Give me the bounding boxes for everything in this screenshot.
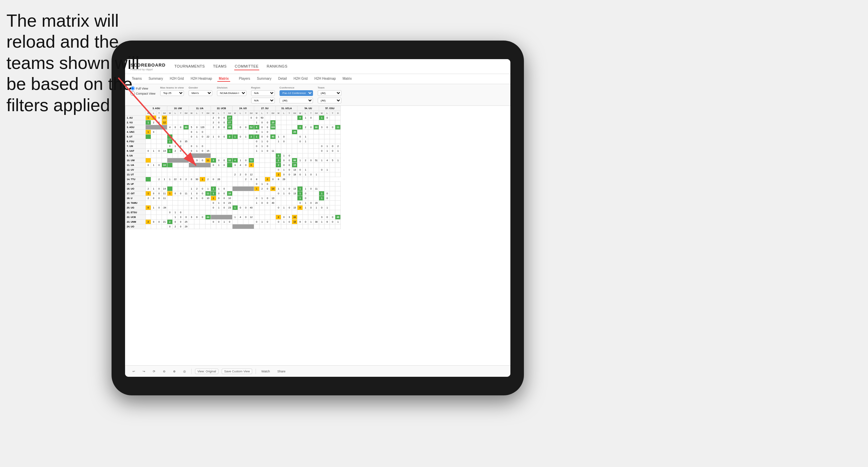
ucla-t: T	[287, 111, 292, 116]
matrix-table: 3. ASU 10. UW 11. UA 22. UCB 24. UO 27. …	[125, 106, 341, 229]
region-select[interactable]: N/A	[251, 90, 275, 96]
table-row: 21. ETSU 010	[125, 210, 341, 215]
conference-select-2[interactable]: (All)	[280, 98, 313, 103]
conference-label: Conference	[280, 86, 313, 89]
table-row: 17. GIT 10011 10011 10011 10010 01013 10…	[125, 191, 341, 196]
col-ucla-header: 31. UCLA	[276, 106, 297, 111]
table-row: 2. VU 12012 20027 10025	[125, 120, 341, 125]
watch-btn[interactable]: Watch	[259, 369, 272, 374]
refresh-btn[interactable]: ⟳	[151, 369, 158, 374]
col-ucb-header: 22. UCB	[211, 106, 232, 111]
nav-tournaments[interactable]: TOURNAMENTS	[174, 63, 206, 70]
division-select[interactable]: NCAA Division I	[217, 90, 246, 96]
ucla-w: W	[276, 111, 281, 116]
redo-btn[interactable]: ↪	[141, 369, 147, 374]
osu-l: L	[324, 111, 330, 116]
table-row: 20. UG 010-34 01023 10040 01015 0101 01	[125, 205, 341, 210]
subnav-players-h2h-heatmap[interactable]: H2H Heatmap	[313, 76, 337, 82]
table-row: 11. UA 01010 010 3400 20015	[125, 163, 341, 168]
conference-select[interactable]: Pac-12 Conference	[280, 90, 313, 96]
bottom-toolbar: ↩ ↪ ⟳ ⊖ ⊕ ◎ View: Original Save Custom V…	[125, 365, 510, 377]
su-l: L	[259, 111, 265, 116]
osu-d: D	[335, 111, 341, 116]
reset-btn[interactable]: ◎	[181, 369, 188, 374]
row-ua2: 11. UA	[125, 163, 146, 168]
filter-bar: Full View Compact View Max teams in view…	[125, 84, 510, 106]
table-row: 16. UO 21014 1201 110 12014 11013 11011	[125, 187, 341, 191]
row-uo: 16. UO	[125, 187, 146, 191]
table-row: 9. UA 010	[125, 153, 341, 158]
row-um: 7. UM	[125, 144, 146, 149]
subnav-players[interactable]: Players	[238, 76, 251, 82]
max-teams-select[interactable]: Top 25	[160, 90, 184, 96]
subnav-players-matrix[interactable]: Matrix	[341, 76, 353, 82]
asu-dif: Dif	[162, 111, 167, 116]
ucla-l: L	[281, 111, 287, 116]
uu-dif: Dif	[314, 111, 319, 116]
nav-rankings[interactable]: RANKINGS	[266, 63, 288, 70]
row-vu: 2. VU	[125, 120, 146, 125]
row-uv: 12. UV	[125, 168, 146, 172]
sub-nav: Teams Summary H2H Grid H2H Heatmap Matri…	[125, 74, 510, 84]
uo-w: W	[232, 111, 238, 116]
table-row: 6. FSU 14035 010 10 01	[125, 139, 341, 144]
uu-l: L	[303, 111, 308, 116]
toolbar-separator-1	[191, 369, 192, 374]
table-row: 7. UM 010 010 010 0102	[125, 144, 341, 149]
row-uw: 10. UW	[125, 158, 146, 163]
zoom-out-btn[interactable]: ⊖	[161, 369, 168, 374]
gender-filter: Gender Men's	[189, 86, 212, 96]
col-su-header: 27. SU	[254, 106, 276, 111]
gender-select[interactable]: Men's	[189, 90, 212, 96]
region-select-2[interactable]: N/A	[251, 98, 275, 103]
subnav-detail[interactable]: Detail	[277, 76, 288, 82]
su-dif: Dif	[270, 111, 276, 116]
annotation-text: The matrix will reload and the teams sho…	[6, 10, 152, 116]
gender-label: Gender	[189, 86, 212, 89]
row-uo24: 24. UO	[125, 224, 146, 229]
undo-btn[interactable]: ↩	[130, 369, 137, 374]
zoom-plus-btn[interactable]: ⊕	[171, 369, 178, 374]
row-ucb: 22. UCB	[125, 215, 146, 220]
row-fsu: 6. FSU	[125, 139, 146, 144]
uw-t: T	[178, 111, 184, 116]
nav-teams[interactable]: TEAMS	[212, 63, 227, 70]
table-row: 18. U 20011 01010 10010 01013 10 10	[125, 196, 341, 201]
save-custom-btn[interactable]: Save Custom View	[222, 369, 252, 374]
table-row: 22. UCB 130 30044 14012 20344 30046	[125, 215, 341, 220]
asu-t: T	[156, 111, 162, 116]
row-ug: 20. UG	[125, 205, 146, 210]
table-row: 23. UNM 20021 20025 0010 010 01018 60130…	[125, 220, 341, 224]
row-unm: 23. UNM	[125, 220, 146, 224]
subnav-h2h-heatmap[interactable]: H2H Heatmap	[189, 76, 213, 82]
table-row: 8. UAF 01014 120 01015 11011 0101	[125, 149, 341, 153]
osu-t: T	[330, 111, 335, 116]
table-row: 14. TTU 21122 02030 12026 208 20829	[125, 177, 341, 182]
nav-committee[interactable]: COMMITTEE	[234, 63, 260, 70]
ucb-t: T	[221, 111, 227, 116]
subnav-h2h-grid[interactable]: H2H Grid	[168, 76, 185, 82]
subnav-matrix[interactable]: Matrix	[217, 76, 230, 82]
matrix-container[interactable]: 3. ASU 10. UW 11. UA 22. UCB 24. UO 27. …	[125, 106, 510, 365]
share-btn[interactable]: Share	[275, 369, 287, 374]
row-uf: 15. UF	[125, 182, 146, 187]
uw-dif: Dif	[184, 111, 189, 116]
subnav-players-h2h-grid[interactable]: H2H Grid	[292, 76, 309, 82]
view-original-btn[interactable]: View: Original	[195, 369, 218, 374]
ua-dif: Dif	[205, 111, 211, 116]
row-tamu: 19. TAMU	[125, 201, 146, 205]
row-ttu: 14. TTU	[125, 177, 146, 182]
col-ua-header: 11. UA	[189, 106, 211, 111]
table-row: 12. UV 01013 01 01	[125, 168, 341, 172]
col-uo-header: 24. UO	[232, 106, 254, 111]
row-unc: 4. UNC	[125, 130, 146, 134]
table-row: 24. UO 02029	[125, 224, 341, 229]
subnav-players-summary[interactable]: Summary	[256, 76, 273, 82]
conference-filter: Conference Pac-12 Conference (All)	[280, 86, 313, 103]
team-select[interactable]: (All)	[318, 90, 341, 96]
team-select-2[interactable]: (All)	[318, 98, 341, 103]
region-filter: Region N/A N/A	[251, 86, 275, 103]
ucb-dif: Dif	[227, 111, 232, 116]
region-label: Region	[251, 86, 275, 89]
division-label: Division	[217, 86, 246, 89]
